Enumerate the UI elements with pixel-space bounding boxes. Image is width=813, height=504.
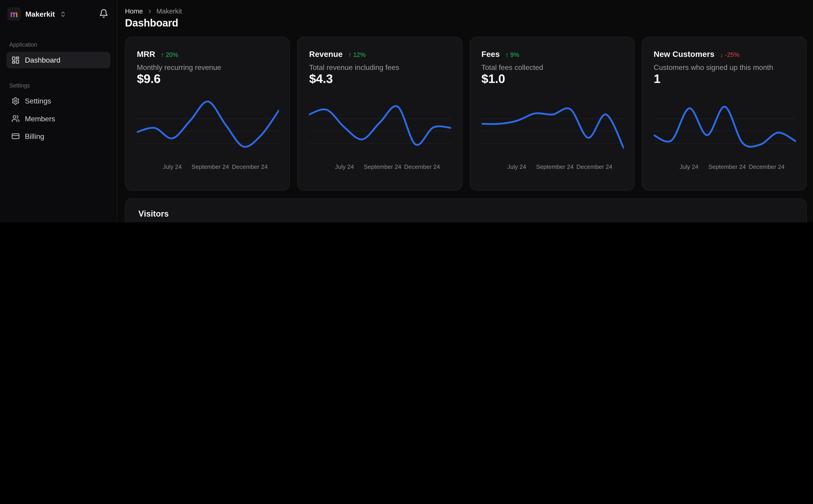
stat-card-trend: ↓ -25% [720,51,740,58]
nav-section-label: Settings [9,82,107,88]
sidebar-item-billing[interactable]: Billing [6,128,110,145]
stat-card-value: $9.6 [137,72,160,86]
axis-tick-label: December 24 [576,164,613,170]
breadcrumb: HomeMakerkit [125,7,182,15]
stat-card-value: 1 [654,72,661,86]
logo-letter: m [10,10,18,19]
breadcrumb-current: Makerkit [156,7,182,15]
stat-card-sparkline [481,98,624,161]
axis-tick-label: September 24 [191,164,229,170]
notifications-button[interactable] [99,9,108,18]
bell-icon [99,9,108,18]
stat-card-titlerow: New Customers ↓ -25% [654,50,739,59]
stat-card-titlerow: MRR ↑ 20% [137,50,178,59]
makerkit-logo: m [7,7,21,21]
sidebar-item-members[interactable]: Members [6,110,110,127]
sidebar-item-settings[interactable]: Settings [6,93,110,109]
stat-card-sparkline [654,98,796,161]
stat-card-axis-ticks: July 24September 24December 24 [481,164,623,171]
stat-card: Fees ↑ 9% Total fees collected $1.0 July… [469,37,635,191]
stat-card-axis-ticks: July 24September 24December 24 [309,164,450,171]
stat-card-subtitle: Total fees collected [481,63,543,72]
chevron-right-icon [146,8,153,14]
stat-card-trend: ↑ 12% [348,51,366,58]
stat-card-sparkline [137,98,279,161]
users-icon [11,114,20,123]
stat-card-value: $4.3 [309,72,333,86]
stat-cards-row: MRR ↑ 20% Monthly recurring revenue $9.6… [125,37,807,191]
sidebar-nav: ApplicationDashboardSettingsSettingsMemb… [6,41,110,146]
page-title: Dashboard [125,17,178,29]
stat-card-trend: ↑ 20% [161,51,178,58]
gear-icon [11,97,20,105]
sidebar-item-label: Dashboard [25,56,60,64]
visitors-subtitle: Showing total visitors for the last 6 mo… [138,222,275,222]
stat-card-title: New Customers [654,50,715,59]
stat-card-title: MRR [137,50,155,59]
sidebar-item-dashboard[interactable]: Dashboard [6,52,110,69]
axis-tick-label: September 24 [536,164,573,170]
breadcrumb-link[interactable]: Home [125,7,143,15]
main-content: HomeMakerkit Dashboard MRR ↑ 20% Monthly… [117,0,813,222]
axis-tick-label: September 24 [708,164,746,170]
stat-card-subtitle: Total revenue including fees [309,63,399,72]
stat-card-titlerow: Fees ↑ 9% [481,50,519,59]
dashboard-icon [11,56,20,64]
stat-card-title: Revenue [309,50,343,59]
axis-tick-label: July 24 [335,164,354,170]
axis-tick-label: July 24 [680,164,699,170]
stat-card-sparkline [309,98,451,161]
sidebar-item-label: Billing [25,132,44,140]
axis-tick-label: July 24 [163,164,182,170]
stat-card-subtitle: Customers who signed up this month [654,63,773,72]
nav-section-label: Application [9,41,107,48]
stat-card: Revenue ↑ 12% Total revenue including fe… [297,37,462,191]
stat-card-title: Fees [481,50,500,59]
dashboard-page: m Makerkit ApplicationDashboardSettingsS… [0,0,813,222]
visitors-card: Visitors Showing total visitors for the … [125,198,807,222]
stat-card-axis-ticks: July 24September 24December 24 [137,164,278,171]
stat-card-subtitle: Monthly recurring revenue [137,63,222,72]
stat-card: New Customers ↓ -25% Customers who signe… [642,37,807,191]
workspace-selector[interactable]: m Makerkit [7,7,66,21]
sidebar: m Makerkit ApplicationDashboardSettingsS… [0,0,117,222]
stat-card-axis-ticks: July 24September 24December 24 [654,164,795,171]
workspace-name: Makerkit [25,10,55,18]
axis-tick-label: September 24 [364,164,401,170]
stat-card-titlerow: Revenue ↑ 12% [309,50,366,59]
sidebar-item-label: Settings [25,97,51,105]
axis-tick-label: December 24 [404,164,440,170]
axis-tick-label: December 24 [749,164,785,170]
chevrons-up-down-icon [59,11,66,17]
sidebar-item-label: Members [25,114,55,123]
stat-card-value: $1.0 [481,72,505,86]
axis-tick-label: July 24 [507,164,526,170]
visitors-title: Visitors [138,209,168,219]
stat-card: MRR ↑ 20% Monthly recurring revenue $9.6… [125,37,290,191]
axis-tick-label: December 24 [232,164,268,170]
stat-card-trend: ↑ 9% [505,51,519,58]
credit-card-icon [11,132,20,140]
